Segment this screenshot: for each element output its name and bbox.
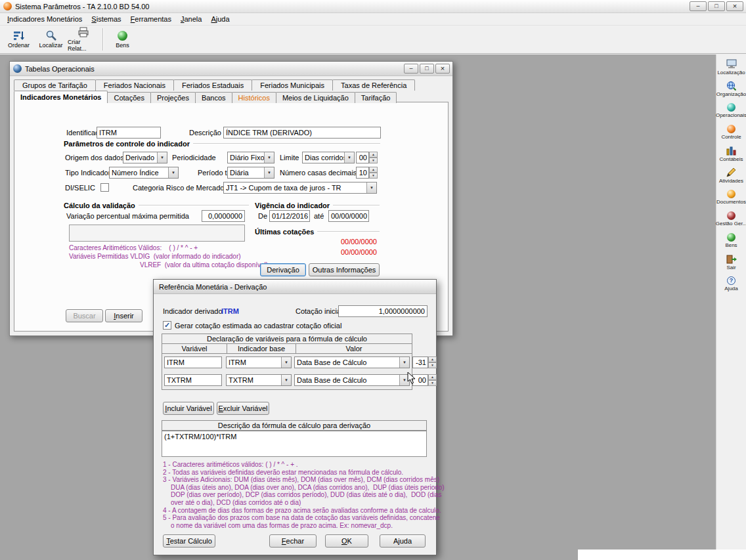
cotacao-inicial-input[interactable]: 1,0000000000 xyxy=(338,305,428,317)
identificacao-input[interactable]: ITRM xyxy=(97,127,161,139)
valor-value-row1: Data Base de Cálculo xyxy=(295,357,399,368)
dias-spinner-row1[interactable]: -31 xyxy=(412,356,437,368)
sidebar-item-controle[interactable]: Controle xyxy=(716,121,746,143)
incluir-variavel-button[interactable]: Incluir Variável xyxy=(163,402,214,415)
indicador-base-select-row1[interactable]: ITRM xyxy=(226,356,292,368)
derivacao-button[interactable]: Derivação xyxy=(260,263,306,276)
toolbar-localizar-button[interactable]: Localizar xyxy=(35,27,66,53)
spin-down-icon[interactable] xyxy=(369,158,378,163)
toolbar-criar-relatorio-button[interactable]: Criar Relat... xyxy=(68,27,99,53)
sidebar-item-sair[interactable]: Sair xyxy=(716,251,746,273)
formula-textarea[interactable]: (1+TXTRM/100)*ITRM xyxy=(162,431,427,457)
menu-indicadores-monetarios[interactable]: Indicadores Monetários xyxy=(3,14,87,24)
ok-button[interactable]: OK xyxy=(325,534,368,548)
diselic-checkbox[interactable] xyxy=(100,183,109,192)
tab-projecoes[interactable]: Projeções xyxy=(150,92,196,103)
sidebar-item-ajuda[interactable]: Ajuda xyxy=(716,273,746,295)
sidebar-item-contabeis[interactable]: Contábeis xyxy=(716,143,746,165)
dropdown-arrow-icon[interactable] xyxy=(264,152,274,163)
tab-row-front: Indicadores Monetários Cotações Projeçõe… xyxy=(14,91,396,103)
sidebar-item-operacionais[interactable]: Operacionais xyxy=(716,100,746,121)
spin-down-icon[interactable] xyxy=(428,362,437,368)
spin-down-icon[interactable] xyxy=(428,380,437,386)
spin-down-icon[interactable] xyxy=(369,173,378,179)
dropdown-arrow-icon[interactable] xyxy=(281,357,291,368)
sidebar-item-atividades[interactable]: Atividades xyxy=(716,165,746,186)
toolbar-bens-button[interactable]: Bens xyxy=(107,27,138,53)
tab-grupos-de-tarifacao[interactable]: Grupos de Tarifação xyxy=(14,79,96,91)
tab-bancos[interactable]: Bancos xyxy=(195,92,232,103)
sidebar-item-documentos[interactable]: Documentos xyxy=(716,186,746,208)
close-button[interactable] xyxy=(726,1,743,11)
variavel-input-row2[interactable]: TXTRM xyxy=(164,374,222,386)
tab-feriados-estaduais[interactable]: Feriados Estaduais xyxy=(173,79,252,91)
tab-meios-de-liquidacao[interactable]: Meios de Liquidação xyxy=(276,92,355,103)
menu-sistemas[interactable]: Sistemas xyxy=(87,14,125,24)
toolbar-ordenar-label: Ordenar xyxy=(8,42,30,49)
vigencia-ate-input[interactable]: 00/00/0000 xyxy=(328,210,369,222)
tabelas-minimize-button[interactable] xyxy=(404,64,418,74)
menu-janela[interactable]: Janela xyxy=(176,14,206,24)
tabelas-close-button[interactable] xyxy=(435,64,450,74)
valor-select-row1[interactable]: Data Base de Cálculo xyxy=(294,356,410,368)
dropdown-arrow-icon[interactable] xyxy=(168,167,178,178)
toolbar-localizar-label: Localizar xyxy=(39,42,62,49)
toolbar-ordenar-button[interactable]: Ordenar xyxy=(3,27,34,53)
tab-tarifacao[interactable]: Tarifação xyxy=(355,92,397,103)
origem-dados-select[interactable]: Derivado xyxy=(123,152,167,163)
casas-decimais-spinner[interactable]: 10 xyxy=(356,167,378,179)
indicador-base-select-row2[interactable]: TXTRM xyxy=(226,374,292,386)
variavel-input-row1[interactable]: ITRM xyxy=(164,356,222,368)
fechar-button[interactable]: Fechar xyxy=(269,534,317,548)
gerar-cotacao-checkbox[interactable] xyxy=(163,321,171,330)
tab-historicos[interactable]: Históricos xyxy=(232,92,276,103)
categoria-risco-select[interactable]: JT1 -> Cupom de taxa de juros - TR xyxy=(223,182,377,194)
spin-up-icon[interactable] xyxy=(428,374,437,380)
dropdown-arrow-icon[interactable] xyxy=(281,375,291,385)
periodicidade-select[interactable]: Diário Fixo xyxy=(227,152,274,163)
excluir-variavel-button[interactable]: Excluir Variável xyxy=(217,402,269,415)
outras-informacoes-button[interactable]: Outras Informações xyxy=(309,263,380,276)
descricao-input[interactable]: ÍNDICE TRM (DERIVADO) xyxy=(223,127,381,139)
valor-select-row2[interactable]: Data Base de Cálculo xyxy=(294,374,410,386)
tab-taxas-de-referencia[interactable]: Taxas de Referência xyxy=(332,79,415,91)
spin-up-icon[interactable] xyxy=(428,356,437,362)
dropdown-arrow-icon[interactable] xyxy=(399,357,409,368)
menu-ajuda[interactable]: Ajuda xyxy=(206,14,234,24)
tab-indicadores-monetarios[interactable]: Indicadores Monetários xyxy=(14,91,108,103)
testar-calculo-button[interactable]: Testar Cálculo xyxy=(163,534,215,548)
tab-feriados-municipais[interactable]: Feriados Municipais xyxy=(252,79,333,91)
dropdown-arrow-icon[interactable] xyxy=(157,152,167,163)
restore-button[interactable] xyxy=(708,1,725,11)
tab-cotacoes[interactable]: Cotações xyxy=(107,92,150,103)
dropdown-arrow-icon[interactable] xyxy=(344,152,354,163)
spin-up-icon[interactable] xyxy=(369,167,378,173)
tipo-indicador-select[interactable]: Número Índice xyxy=(109,167,179,179)
limite-select[interactable]: Dias corridos xyxy=(302,152,355,163)
minimize-button[interactable] xyxy=(690,1,707,11)
periodo-taxa-select[interactable]: Diária xyxy=(227,167,274,179)
sort-icon xyxy=(13,30,25,41)
menu-ferramentas[interactable]: Ferramentas xyxy=(126,14,176,24)
sidebar-item-bens[interactable]: Bens xyxy=(716,230,746,251)
validacao-formula-memo[interactable] xyxy=(69,225,245,242)
categoria-risco-label: Categoria Risco de Mercado xyxy=(133,184,224,192)
col-indicador-base: Indicador base xyxy=(227,343,296,354)
descricao-label: Descrição xyxy=(189,129,221,137)
tabelas-maximize-button[interactable] xyxy=(420,64,434,74)
tab-feriados-nacionais[interactable]: Feriados Nacionais xyxy=(95,79,174,91)
ajuda-button[interactable]: Ajuda xyxy=(380,534,426,548)
sidebar-item-label: Gestão Ger... xyxy=(716,221,746,226)
limite-spinner[interactable]: 00 xyxy=(356,152,378,163)
dropdown-arrow-icon[interactable] xyxy=(264,167,274,178)
variacao-input[interactable]: 0,0000000 xyxy=(202,210,245,222)
buscar-button[interactable]: Buscar xyxy=(66,309,103,322)
vigencia-de-input[interactable]: 01/12/2016 xyxy=(269,210,310,222)
spin-up-icon[interactable] xyxy=(369,152,378,158)
sidebar-item-gestao[interactable]: Gestão Ger... xyxy=(716,208,746,230)
inserir-button[interactable]: Inserir xyxy=(105,309,143,322)
sidebar-item-organizacao[interactable]: Organização xyxy=(716,78,746,100)
sidebar-item-localizacao[interactable]: Localização xyxy=(716,56,746,78)
dropdown-arrow-icon[interactable] xyxy=(366,183,376,193)
dialog-note-3d: over até o dia), DCD (dias corridos até … xyxy=(171,499,301,506)
